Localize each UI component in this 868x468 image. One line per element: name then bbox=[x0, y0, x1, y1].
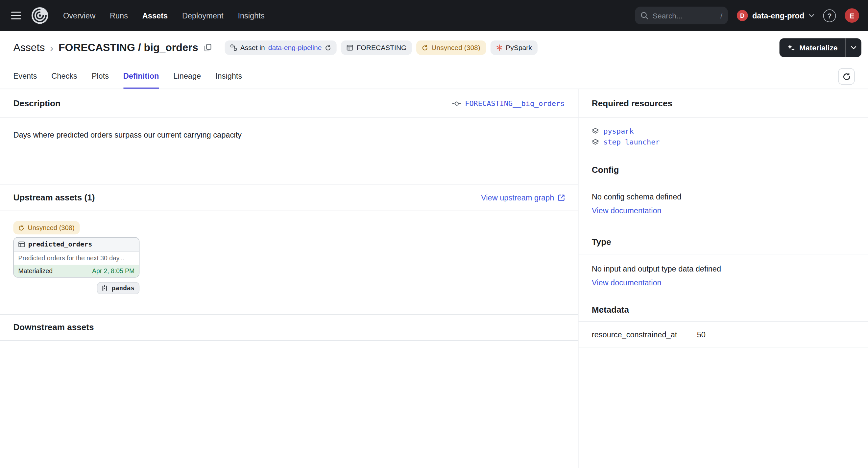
type-body: No input and output type data defined Vi… bbox=[578, 255, 868, 297]
config-docs-link[interactable]: View documentation bbox=[592, 206, 661, 215]
compute-kind-label: pandas bbox=[112, 284, 134, 292]
description-title: Description bbox=[13, 98, 61, 108]
layers-icon bbox=[592, 127, 599, 135]
tab-definition[interactable]: Definition bbox=[123, 64, 159, 89]
search-placeholder: Search... bbox=[653, 11, 716, 20]
asset-tabs: Events Checks Plots Definition Lineage I… bbox=[0, 64, 868, 89]
asset-node-name: predicted_orders bbox=[28, 241, 92, 248]
search-input[interactable]: Search... / bbox=[635, 7, 728, 24]
unsynced-tag[interactable]: Unsynced (308) bbox=[416, 40, 486, 55]
materialize-button[interactable]: Materialize bbox=[780, 38, 845, 57]
tab-checks[interactable]: Checks bbox=[51, 64, 77, 89]
asset-node-icon bbox=[453, 101, 461, 106]
tab-plots[interactable]: Plots bbox=[92, 64, 109, 89]
metadata-section-header: Metadata bbox=[578, 297, 868, 322]
metadata-key: resource_constrained_at bbox=[592, 330, 697, 339]
pipeline-link[interactable]: data-eng-pipeline bbox=[268, 44, 322, 52]
nav-assets[interactable]: Assets bbox=[143, 11, 168, 20]
upstream-unsynced-label: Unsynced (308) bbox=[28, 224, 74, 232]
nav-overview[interactable]: Overview bbox=[63, 11, 95, 20]
downstream-title: Downstream assets bbox=[13, 323, 94, 332]
downstream-section-header: Downstream assets bbox=[0, 314, 578, 341]
search-icon bbox=[641, 11, 648, 20]
pyspark-tag[interactable]: PySpark bbox=[490, 40, 537, 55]
search-shortcut-hint: / bbox=[720, 11, 722, 20]
dagster-app: Overview Runs Assets Deployment Insights… bbox=[0, 0, 868, 468]
metadata-value: 50 bbox=[697, 330, 706, 339]
asset-node-description: Predicted orders for the next 30 day... bbox=[14, 252, 139, 265]
refresh-icon bbox=[325, 45, 332, 51]
description-text: Days where predicted orders surpass our … bbox=[13, 130, 241, 139]
config-body: No config schema defined View documentat… bbox=[578, 182, 868, 230]
tab-events[interactable]: Events bbox=[13, 64, 37, 89]
help-button[interactable]: ? bbox=[823, 9, 836, 22]
asset-node-card[interactable]: predicted_orders Predicted orders for th… bbox=[13, 237, 140, 278]
pandas-icon bbox=[102, 285, 108, 291]
group-tag[interactable]: FORECASTING bbox=[341, 40, 412, 55]
top-navbar: Overview Runs Assets Deployment Insights… bbox=[0, 0, 868, 31]
chevron-down-icon bbox=[851, 46, 857, 49]
asset-page-header: Assets › FORECASTING / big_orders Asset … bbox=[0, 31, 868, 64]
view-upstream-graph-label: View upstream graph bbox=[481, 194, 554, 202]
upstream-asset-node: predicted_orders Predicted orders for th… bbox=[13, 237, 140, 278]
deployment-badge: D bbox=[737, 10, 748, 21]
nav-deployment[interactable]: Deployment bbox=[182, 11, 224, 20]
primary-nav: Overview Runs Assets Deployment Insights bbox=[63, 11, 265, 20]
job-tag-prefix: Asset in bbox=[240, 44, 265, 52]
chevron-right-icon: › bbox=[50, 41, 54, 54]
type-section-header: Type bbox=[578, 230, 868, 255]
nav-runs[interactable]: Runs bbox=[110, 11, 128, 20]
dagster-logo[interactable] bbox=[31, 7, 49, 24]
upstream-section-header: Upstream assets (1) View upstream graph bbox=[0, 185, 578, 211]
config-title: Config bbox=[592, 165, 619, 175]
hamburger-icon bbox=[11, 11, 21, 20]
view-upstream-graph-link[interactable]: View upstream graph bbox=[481, 194, 564, 202]
materialize-split-button: Materialize bbox=[780, 38, 861, 57]
job-tag: Asset in data-eng-pipeline bbox=[225, 40, 337, 55]
type-message: No input and output type data defined bbox=[592, 264, 855, 273]
resources-list: pyspark step_launcher bbox=[578, 118, 868, 158]
asset-node-status-row: Materialized Apr 2, 8:05 PM bbox=[14, 265, 139, 277]
definition-content: Description FORECASTING__big_orders Days… bbox=[0, 89, 868, 468]
left-column: Description FORECASTING__big_orders Days… bbox=[0, 89, 578, 468]
materialized-label: Materialized bbox=[19, 268, 53, 274]
asset-key-separator: / bbox=[138, 41, 141, 53]
materialize-options-button[interactable] bbox=[845, 38, 861, 57]
copy-asset-key-button[interactable] bbox=[204, 44, 211, 52]
external-link-icon bbox=[558, 195, 564, 201]
upstream-unsynced-badge[interactable]: Unsynced (308) bbox=[13, 221, 80, 234]
materialized-timestamp: Apr 2, 8:05 PM bbox=[92, 268, 134, 274]
asset-group-name: FORECASTING bbox=[59, 41, 135, 53]
user-avatar[interactable]: E bbox=[845, 8, 859, 23]
tab-lineage[interactable]: Lineage bbox=[173, 64, 201, 89]
deployment-switcher[interactable]: D data-eng-prod bbox=[737, 10, 814, 21]
refresh-button[interactable] bbox=[838, 68, 855, 85]
right-column: Required resources pyspark step_launcher bbox=[578, 89, 868, 468]
table-icon bbox=[346, 45, 353, 51]
resources-title: Required resources bbox=[592, 98, 672, 108]
nav-insights[interactable]: Insights bbox=[238, 11, 265, 20]
breadcrumb: Assets › FORECASTING / big_orders bbox=[13, 41, 211, 54]
copy-icon bbox=[204, 44, 211, 52]
config-section-header: Config bbox=[578, 158, 868, 182]
job-icon bbox=[230, 45, 237, 51]
compute-kind-tag[interactable]: pandas bbox=[97, 282, 140, 294]
table-icon bbox=[19, 241, 25, 247]
type-docs-link[interactable]: View documentation bbox=[592, 278, 661, 287]
resource-link-step-launcher[interactable]: step_launcher bbox=[603, 138, 659, 146]
upstream-body: Unsynced (308) predicted_orders Predicte… bbox=[0, 211, 578, 314]
navbar-right: Search... / D data-eng-prod ? E bbox=[635, 7, 859, 24]
asset-node-header: predicted_orders bbox=[14, 238, 139, 252]
resource-link-pyspark[interactable]: pyspark bbox=[603, 127, 633, 135]
description-section-header: Description FORECASTING__big_orders bbox=[0, 89, 578, 118]
asset-key-title: FORECASTING / big_orders bbox=[59, 41, 198, 54]
unsynced-tag-label: Unsynced (308) bbox=[431, 44, 480, 52]
tab-insights[interactable]: Insights bbox=[215, 64, 242, 89]
hamburger-menu-button[interactable] bbox=[9, 9, 23, 22]
breadcrumb-assets-link[interactable]: Assets bbox=[13, 41, 45, 54]
pyspark-tag-label: PySpark bbox=[506, 44, 532, 52]
materialize-label: Materialize bbox=[799, 43, 837, 52]
asset-key-link[interactable]: FORECASTING__big_orders bbox=[453, 99, 565, 107]
refresh-icon bbox=[842, 72, 850, 81]
resource-item: step_launcher bbox=[592, 138, 855, 146]
